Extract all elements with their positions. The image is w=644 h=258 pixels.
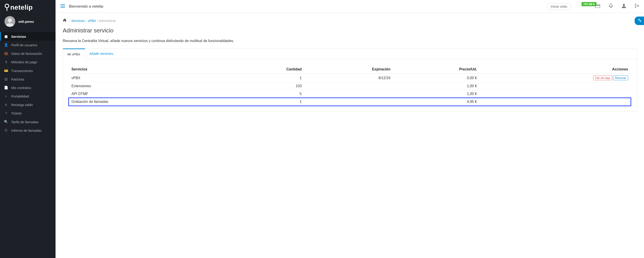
sidebar-item-label: Métodos de pago [11, 60, 37, 64]
settings-gear-icon[interactable] [634, 16, 644, 25]
cell-qty: 5 [227, 90, 304, 98]
col-exp: Expiración [304, 65, 393, 74]
breadcrumb-item: Administrar [99, 19, 116, 22]
sidebar-item-label: Facturas [11, 77, 24, 81]
sidebar-item-mis-contratos[interactable]: 📄Mis contratos [0, 83, 56, 92]
cell-exp [304, 90, 393, 98]
dollar-icon: ＄ [4, 60, 8, 64]
main: Bienvenido a netelip Iniciar visita 747,… [56, 0, 644, 258]
table-row: API DTMF51,00 € [69, 90, 631, 98]
sidebar-item-tickets[interactable]: ？Tickets [0, 109, 56, 118]
sidebar-item-servicios[interactable]: ▦Servicios [0, 32, 56, 41]
balance-badge: 747,68 € [582, 2, 596, 6]
renew-button[interactable]: Renovar [613, 76, 628, 80]
cell-actions [480, 98, 631, 106]
cell-exp: 8/12/19 [304, 74, 393, 82]
services-table: Servicios Cantidad Expiración Precio/Ud.… [69, 65, 631, 106]
sidebar-item-label: Recarga saldo [11, 103, 33, 107]
cell-service: vPBX [69, 74, 227, 82]
sidebar-item-label: Mis contratos [11, 86, 31, 90]
document-icon: ▤ [4, 77, 8, 81]
svg-point-4 [639, 19, 640, 20]
welcome-text: Bienvenido a netelip [69, 4, 103, 9]
sidebar-item-métodos-de-pago[interactable]: ＄Métodos de pago [0, 58, 56, 66]
sidebar-item-label: Servicios [11, 35, 26, 38]
sidebar-item-label: Portabilidad [11, 94, 29, 98]
sidebar-item-portabilidad[interactable]: ＋Portabilidad [0, 92, 56, 101]
col-actions: Acciones [480, 65, 631, 74]
sidebar-item-label: Tickets [11, 111, 22, 115]
sidebar-item-label: Transacciones [11, 69, 33, 73]
sidebar-item-datos-de-facturación[interactable]: 💼Datos de facturación [0, 49, 56, 58]
page-title: Administrar servicio [63, 27, 637, 34]
search-icon: 🔍 [4, 120, 8, 124]
sidebar-item-label: Datos de facturación [11, 52, 42, 55]
tab-mi-vpbx[interactable]: Mi vPBX [63, 48, 85, 59]
breadcrumb: / Servicios / vPBX / Administrar [63, 18, 637, 23]
tab-añadir-servicios[interactable]: Añadir servicios [85, 48, 118, 59]
balance[interactable]: 747,68 € [582, 4, 600, 9]
user-icon[interactable] [622, 3, 626, 9]
sidebar-item-facturas[interactable]: ▤Facturas [0, 75, 56, 83]
cell-qty: 1 [227, 98, 304, 106]
cell-actions: Dar de bajaRenovar [480, 74, 631, 82]
sidebar-item-label: Informe de llamadas [11, 129, 42, 132]
logout-icon[interactable] [634, 3, 639, 9]
bell-icon[interactable] [608, 3, 613, 9]
sidebar-nav: ▦Servicios👤Perfil de usuarios💼Datos de f… [0, 32, 56, 134]
plus-icon: ＋ [4, 94, 8, 98]
cell-price: 1,00 € [393, 82, 480, 90]
page-description: Renueva la Centralita Virtual, añade nue… [63, 39, 637, 43]
help-icon: ？ [4, 111, 8, 115]
profile[interactable]: mili.perez [0, 13, 56, 32]
cell-actions [480, 90, 631, 98]
sidebar-item-perfil-de-usuarios[interactable]: 👤Perfil de usuarios [0, 41, 56, 49]
menu-toggle-icon[interactable] [60, 4, 65, 9]
breadcrumb-item[interactable]: Servicios [71, 19, 85, 22]
logo[interactable]: netelip [0, 0, 56, 13]
sidebar-item-label: Tarifa de llamadas [11, 120, 38, 124]
user-icon: 👤 [4, 43, 8, 47]
start-visit-button[interactable]: Iniciar visita [546, 3, 571, 10]
cell-price: 0,00 € [393, 74, 480, 82]
col-price: Precio/Ud. [393, 65, 480, 74]
brand-text: netelip [10, 3, 33, 11]
briefcase-icon: 💼 [4, 51, 8, 55]
sidebar-item-tarifa-de-llamadas[interactable]: 🔍Tarifa de llamadas [0, 118, 56, 126]
phone-icon: ✆ [4, 128, 8, 132]
col-service: Servicios [69, 65, 227, 74]
col-qty: Cantidad [227, 65, 304, 74]
sidebar-item-informe-de-llamadas[interactable]: ✆Informe de llamadas [0, 126, 56, 134]
breadcrumb-item[interactable]: vPBX [88, 19, 96, 22]
cell-price: 4,95 € [393, 98, 480, 106]
svg-point-0 [5, 4, 9, 8]
content: / Servicios / vPBX / Administrar Adminis… [56, 13, 644, 117]
grid-icon: ▦ [4, 34, 8, 38]
svg-point-5 [640, 20, 641, 22]
euro-icon: € [4, 103, 8, 107]
table-row: Grabación de llamadas14,95 € [69, 98, 631, 106]
cancel-button[interactable]: Dar de baja [593, 76, 612, 80]
topbar: Bienvenido a netelip Iniciar visita 747,… [56, 0, 644, 13]
sidebar-item-transacciones[interactable]: 💳Transacciones [0, 66, 56, 75]
cell-exp [304, 82, 393, 90]
cell-price: 1,00 € [393, 90, 480, 98]
svg-point-3 [623, 4, 625, 6]
cell-service: Grabación de llamadas [69, 98, 227, 106]
sidebar-item-recarga-saldo[interactable]: €Recarga saldo [0, 101, 56, 109]
table-row: vPBX18/12/190,00 €Dar de bajaRenovar [69, 74, 631, 82]
sidebar-item-label: Perfil de usuarios [11, 43, 37, 47]
sidebar: netelip mili.perez ▦Servicios👤Perfil de … [0, 0, 56, 258]
cell-actions [480, 82, 631, 90]
home-icon[interactable] [63, 18, 67, 23]
logo-pin-icon [4, 3, 10, 11]
service-panel: Mi vPBXAñadir servicios Servicios Cantid… [63, 48, 637, 112]
avatar [4, 16, 15, 27]
cell-exp [304, 98, 393, 106]
cell-qty: 1 [227, 74, 304, 82]
cell-service: Extensiones [69, 82, 227, 90]
card-icon: 💳 [4, 69, 8, 73]
cell-qty: 103 [227, 82, 304, 90]
username: mili.perez [18, 20, 34, 23]
tabs: Mi vPBXAñadir servicios [63, 48, 636, 59]
